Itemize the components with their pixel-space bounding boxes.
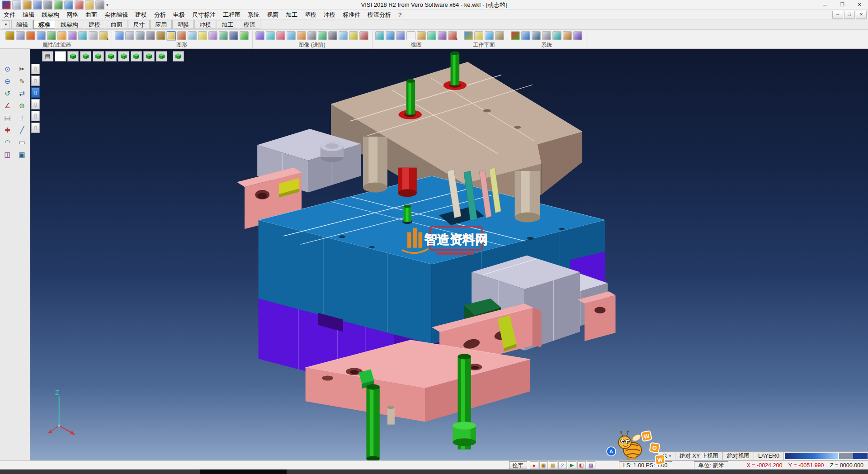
menu-item[interactable]: 实体编辑 [101,10,132,19]
ribbon-tab[interactable]: 线架构 [56,20,83,29]
line-icon[interactable]: ╱ [16,125,28,136]
ribbon-tab[interactable]: 编辑 [11,20,33,29]
filter-link-icon[interactable] [26,31,35,40]
snap-icon[interactable]: ⊕ [16,100,28,111]
ribbon-tab[interactable]: 加工 [217,20,238,29]
shadow-icon[interactable] [328,31,337,40]
camera-icon[interactable]: ▣ [539,461,548,469]
explode-view-icon[interactable] [297,31,306,40]
quick-settings-icon[interactable] [95,0,104,9]
named-views-icon[interactable]: ▾ [448,31,457,40]
axis-cube-icon[interactable]: ◧ [577,461,586,469]
monitor-icon[interactable] [532,31,541,40]
front-view-icon[interactable] [438,31,447,40]
macro-play-icon[interactable]: ▶ [568,461,576,469]
zoom-previous-icon[interactable] [396,31,405,40]
bottom-scrollbar[interactable] [0,469,868,474]
layer-filter-icon[interactable] [47,31,56,40]
filter-unlink-icon[interactable] [37,31,46,40]
layer-indicator[interactable]: LAYER0 [754,452,784,460]
clip-plane-icon[interactable] [287,31,296,40]
view-cube-iso-button[interactable] [67,51,79,62]
zoom-window-icon[interactable] [386,31,395,40]
menu-item[interactable]: 分析 [151,10,170,19]
side-strip-button-6[interactable]: ▯ [31,123,40,133]
side-strip-button-5[interactable]: ▯ [31,111,40,121]
hidden-line-icon[interactable] [136,31,145,40]
menu-item[interactable]: 文件 [0,10,19,19]
side-strip-button-1[interactable]: ▯ [31,64,40,74]
filter-settings-icon[interactable]: ▾ [99,31,108,40]
background-color-icon[interactable] [229,31,238,40]
attribute-brush-icon[interactable] [16,31,25,40]
minimize-button[interactable]: ─ [816,0,834,9]
menu-item[interactable]: 曲面 [82,10,101,19]
record-icon[interactable]: ● [530,461,538,469]
options-icon[interactable] [563,31,572,40]
arc-icon[interactable]: ◠ [1,137,14,148]
mdi-restore-button[interactable]: ❐ [844,11,855,19]
perspective-icon[interactable] [573,31,582,40]
menu-item[interactable]: 编辑 [19,10,38,19]
menu-item[interactable]: 视窗 [263,10,282,19]
transparency-icon[interactable] [188,31,197,40]
reflection-icon[interactable] [339,31,348,40]
snapshot-view-icon[interactable] [307,31,316,40]
ambient-icon[interactable] [349,31,358,40]
menu-item[interactable]: 加工 [282,10,301,19]
menu-item[interactable]: 电极 [170,10,189,19]
open-file-icon[interactable] [23,0,32,9]
mirror-icon[interactable]: ◫ [1,149,14,160]
view-cube-bottom-button[interactable] [143,51,155,62]
wireframe-view-icon[interactable] [125,31,134,40]
workplane-color-bar[interactable] [838,453,868,459]
view-cube-dynamic-button[interactable] [173,51,184,62]
side-strip-button-2[interactable]: ▯ [31,76,40,86]
help-2-icon[interactable]: 2 [558,461,567,469]
mask-filter-icon[interactable] [89,31,98,40]
lock-button[interactable]: 拴牢 [509,461,527,469]
undo-icon[interactable] [54,0,63,9]
workplane-standard-icon[interactable] [464,31,473,40]
ribbon-tab[interactable]: 建模 [84,20,105,29]
ribbon-tab[interactable]: 尺寸 [128,20,150,29]
linetype-filter-icon[interactable] [68,31,77,40]
globe-icon[interactable] [521,31,530,40]
view-cube-back-button[interactable] [105,51,117,62]
point-icon[interactable]: ✚ [1,125,14,136]
new-file-icon[interactable] [12,0,21,9]
iso-view-icon[interactable] [427,31,436,40]
3d-model-canvas[interactable]: Z 智造资料网 [30,49,868,460]
layer-display-button[interactable]: ▤ [42,51,53,62]
element-filter-icon[interactable] [78,31,87,40]
menu-item[interactable]: 塑模 [301,10,320,19]
ribbon-tab[interactable]: 塑膜 [172,20,194,29]
menu-item[interactable]: 冲模 [320,10,339,19]
pan-view-icon[interactable] [406,31,415,40]
mdi-close-button[interactable]: ✕ [856,11,867,19]
ribbon-tab[interactable]: 应用 [150,20,172,29]
select-icon[interactable]: ⊙ [1,64,14,75]
compare-icon[interactable] [359,31,368,40]
zoom-all-icon[interactable] [375,31,384,40]
dynamic-rotate-icon[interactable]: ↺ [1,88,14,99]
ribbon-tab[interactable]: 模流 [239,20,260,29]
rotate-view-icon[interactable] [417,31,426,40]
cone-display-icon[interactable] [156,31,165,40]
color-gradient-bar[interactable] [784,453,838,459]
save-file-icon[interactable] [33,0,42,9]
workplane-3point-icon[interactable] [474,31,483,40]
photo-render-icon[interactable] [318,31,327,40]
ribbon-tab[interactable]: 曲面 [106,20,127,29]
workplane-entity-icon[interactable] [495,31,504,40]
menu-item[interactable]: 工程图 [219,10,244,19]
texture-display-icon[interactable] [177,31,186,40]
mdi-minimize-button[interactable]: ─ [832,11,843,19]
menu-item[interactable]: 模流分析 [364,10,395,19]
maximize-button[interactable]: ❐ [834,0,851,9]
edge-color-icon[interactable] [219,31,228,40]
blank-view-button[interactable] [55,51,66,62]
view-orientation-indicator[interactable]: 绝对 XY 上视图 [675,452,723,460]
layer-manager-icon[interactable]: ▤ [1,113,14,123]
sphere-display-icon[interactable] [167,31,176,40]
